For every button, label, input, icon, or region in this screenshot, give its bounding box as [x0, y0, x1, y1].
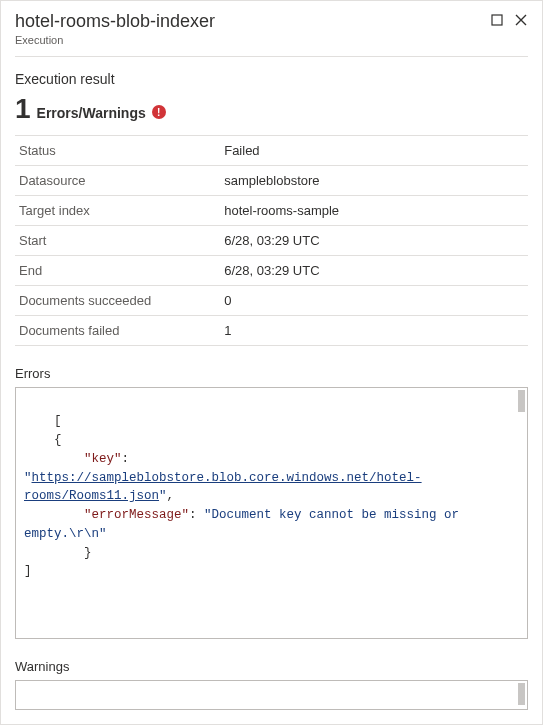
svg-rect-0: [492, 15, 502, 25]
detail-value: Failed: [220, 135, 528, 165]
table-row: Target indexhotel-rooms-sample: [15, 195, 528, 225]
detail-key: Datasource: [15, 165, 220, 195]
table-row: Datasourcesampleblobstore: [15, 165, 528, 195]
maximize-icon[interactable]: [490, 13, 504, 27]
window-controls: [490, 13, 528, 27]
close-icon[interactable]: [514, 13, 528, 27]
table-row: End6/28, 03:29 UTC: [15, 255, 528, 285]
detail-key: Status: [15, 135, 220, 165]
json-bracket: ]: [24, 564, 32, 578]
errors-box[interactable]: [ { "key": "https://sampleblobstore.blob…: [15, 387, 528, 640]
panel-title: hotel-rooms-blob-indexer: [15, 11, 215, 33]
scrollbar-thumb[interactable]: [518, 390, 525, 412]
result-heading: Execution result: [15, 71, 528, 87]
detail-key: Target index: [15, 195, 220, 225]
warnings-box[interactable]: []: [15, 680, 528, 710]
detail-value: hotel-rooms-sample: [220, 195, 528, 225]
error-count-label: Errors/Warnings: [37, 105, 146, 121]
detail-key: Documents succeeded: [15, 285, 220, 315]
json-bracket: [: [54, 414, 62, 428]
execution-panel: hotel-rooms-blob-indexer Execution Execu…: [0, 0, 543, 725]
table-row: StatusFailed: [15, 135, 528, 165]
detail-value: 1: [220, 315, 528, 345]
error-badge-icon: !: [152, 105, 166, 119]
table-row: Documents failed1: [15, 315, 528, 345]
detail-value: sampleblobstore: [220, 165, 528, 195]
detail-value: 6/28, 03:29 UTC: [220, 225, 528, 255]
panel-subtitle: Execution: [15, 34, 215, 46]
table-row: Documents succeeded0: [15, 285, 528, 315]
divider: [15, 56, 528, 57]
error-count: 1: [15, 93, 31, 125]
detail-value: 0: [220, 285, 528, 315]
detail-value: 6/28, 03:29 UTC: [220, 255, 528, 285]
panel-header: hotel-rooms-blob-indexer Execution: [15, 1, 528, 46]
error-key-link[interactable]: https://sampleblobstore.blob.core.window…: [24, 471, 422, 504]
detail-key: Start: [15, 225, 220, 255]
json-brace: }: [24, 546, 92, 560]
json-key-key: "key": [84, 452, 122, 466]
json-brace: {: [24, 433, 62, 447]
details-table: StatusFailedDatasourcesampleblobstoreTar…: [15, 135, 528, 346]
title-block: hotel-rooms-blob-indexer Execution: [15, 11, 215, 46]
warnings-body: []: [54, 708, 69, 710]
detail-key: Documents failed: [15, 315, 220, 345]
warnings-heading: Warnings: [15, 659, 528, 674]
table-row: Start6/28, 03:29 UTC: [15, 225, 528, 255]
error-count-row: 1 Errors/Warnings !: [15, 93, 528, 125]
scrollbar-thumb[interactable]: [518, 683, 525, 705]
errors-heading: Errors: [15, 366, 528, 381]
detail-key: End: [15, 255, 220, 285]
json-key-errormessage: "errorMessage": [84, 508, 189, 522]
